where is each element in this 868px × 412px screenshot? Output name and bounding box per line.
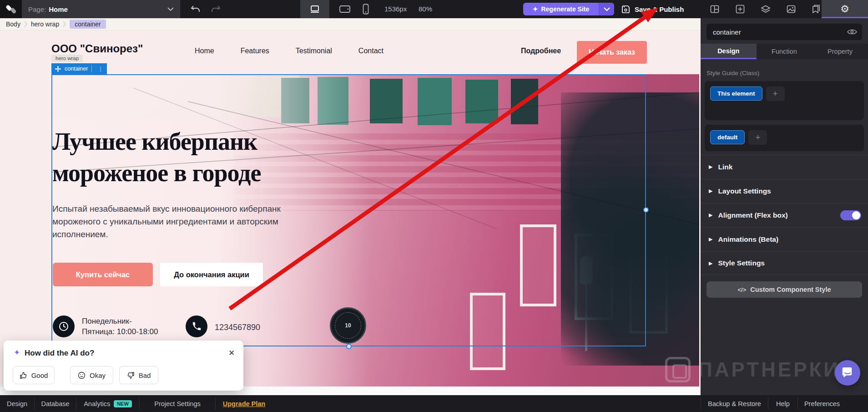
sparkle-icon: ✦ <box>533 5 538 13</box>
container-badge[interactable]: container ⋮ <box>51 63 107 74</box>
feedback-bad-button[interactable]: Bad <box>119 366 158 384</box>
street-sign: 10 <box>330 307 366 344</box>
backup-restore-label: Backup & Restore <box>708 400 761 407</box>
upgrade-plan-label: Upgrade Plan <box>223 400 265 407</box>
breadcrumb-item-body[interactable]: Body <box>6 20 20 28</box>
section-alignment[interactable]: ▶ Alignment (Flex box) <box>701 203 868 227</box>
preferences-button[interactable]: Preferences <box>798 395 846 412</box>
regenerate-site-label: Regenerate Site <box>541 5 589 13</box>
layout-icon <box>710 5 719 13</box>
caret-right-icon: ▶ <box>709 164 712 170</box>
media-button[interactable] <box>781 0 802 18</box>
nav-link-home[interactable]: Home <box>195 47 214 55</box>
opening-hours-line2: Пятница: 10:00-18:00 <box>82 327 158 337</box>
breadcrumb-item-hero-wrap[interactable]: hero wrap <box>31 20 59 28</box>
device-tablet-button[interactable] <box>335 0 355 18</box>
close-icon[interactable]: ✕ <box>226 347 237 359</box>
tab-design[interactable]: Design <box>701 44 757 59</box>
container-badge-label: container <box>65 66 88 72</box>
flexbox-toggle[interactable] <box>840 210 861 220</box>
top-toolbar: Page: Home 1536px 80% ✦ Regenerate Site <box>0 0 868 18</box>
breadcrumb-separator-icon <box>62 21 66 27</box>
feedback-title: How did the AI do? <box>25 349 94 358</box>
bottom-tab-analytics[interactable]: Analytics NEW <box>76 395 139 412</box>
gear-icon: ⚙ <box>840 3 849 15</box>
move-icon <box>55 66 61 72</box>
this-element-pill[interactable]: This element <box>710 86 762 101</box>
phone-icon-circle <box>186 315 207 337</box>
opening-hours-line1: Понедельник- <box>82 316 158 327</box>
panel-tabs: Design Function Property <box>701 44 868 59</box>
redo-button[interactable] <box>206 0 226 18</box>
add-class-button[interactable]: + <box>748 130 767 145</box>
neutral-face-icon <box>78 371 86 379</box>
viewport-width-value: 1536px <box>384 0 407 18</box>
chat-bubble-icon <box>841 367 854 379</box>
layout-panels-button[interactable] <box>704 0 725 18</box>
section-animations[interactable]: ▶ Animations (Beta) <box>701 227 868 251</box>
section-style-settings[interactable]: ▶ Style Settings <box>701 251 868 275</box>
default-class-pill[interactable]: default <box>710 130 745 144</box>
more-link[interactable]: Подробнее <box>521 47 561 55</box>
tab-property[interactable]: Property <box>812 44 868 59</box>
phone-number: 1234567890 <box>215 323 260 332</box>
add-element-button[interactable] <box>730 0 751 18</box>
section-animations-label: Animations (Beta) <box>718 235 778 244</box>
chevron-down-icon <box>604 7 610 11</box>
save-publish-label: Save & Publish <box>635 5 684 13</box>
feedback-good-label: Good <box>31 371 48 379</box>
hero-wrap-label[interactable]: hero wrap <box>51 55 83 62</box>
feedback-good-button[interactable]: Good <box>13 366 55 384</box>
nav-link-testimonial[interactable]: Testimonial <box>296 47 332 55</box>
regenerate-site-button[interactable]: ✦ Regenerate Site <box>523 3 599 15</box>
code-icon: </> <box>737 286 746 293</box>
add-class-button[interactable]: + <box>766 86 785 101</box>
regenerate-dropdown-button[interactable] <box>599 3 614 15</box>
tab-function[interactable]: Function <box>757 44 812 59</box>
device-desktop-button[interactable] <box>300 0 329 18</box>
section-layout-settings[interactable]: ▶ Layout Settings <box>701 179 868 203</box>
save-publish-button[interactable]: Save & Publish <box>621 0 696 18</box>
layers-button[interactable] <box>755 0 776 18</box>
feedback-okay-button[interactable]: Okay <box>70 366 113 384</box>
help-label: Help <box>776 400 790 407</box>
upgrade-plan-link[interactable]: Upgrade Plan <box>216 395 273 412</box>
page-selector-label: Page: <box>28 5 46 13</box>
hero-heading-line1: Лучшее киберпанк <box>52 126 343 158</box>
section-link-label: Link <box>718 163 732 171</box>
app-window: Page: Home 1536px 80% ✦ Regenerate Site <box>0 0 868 412</box>
order-button[interactable]: Начать заказ <box>577 41 647 64</box>
selection-handle-bottom[interactable] <box>346 344 352 349</box>
selection-handle-right[interactable] <box>643 207 649 213</box>
breadcrumb: Body hero wrap container <box>0 18 701 31</box>
visibility-toggle[interactable] <box>846 27 858 36</box>
promo-countdown-button[interactable]: До окончания акции <box>160 263 263 286</box>
section-style-settings-label: Style Settings <box>718 259 765 267</box>
bottom-tab-project-settings[interactable]: Project Settings <box>140 395 215 412</box>
hero-paragraph: Испытай незабываемый вкус инновационного… <box>52 203 287 241</box>
buy-now-button[interactable]: Купить сейчас <box>53 263 153 286</box>
custom-component-style-button[interactable]: </> Custom Component Style <box>707 281 862 298</box>
chevron-down-icon <box>167 7 174 11</box>
layers-icon <box>761 5 771 13</box>
tablet-icon <box>339 5 351 13</box>
element-name-input[interactable] <box>707 24 862 40</box>
help-button[interactable]: Help <box>768 395 797 412</box>
kebab-menu-icon[interactable]: ⋮ <box>96 66 105 72</box>
settings-active-indicator <box>822 17 868 18</box>
device-mobile-button[interactable] <box>358 0 374 18</box>
undo-button[interactable] <box>186 0 206 18</box>
bottom-tab-design[interactable]: Design <box>0 395 34 412</box>
breadcrumb-separator-icon <box>24 21 28 27</box>
nav-link-features[interactable]: Features <box>241 47 269 55</box>
nav-link-contact[interactable]: Contact <box>358 47 384 55</box>
chat-widget-button[interactable] <box>835 360 860 386</box>
section-link[interactable]: ▶ Link <box>701 155 868 178</box>
app-logo[interactable] <box>0 0 22 18</box>
page-selector[interactable]: Page: Home <box>22 0 180 18</box>
settings-panel-button[interactable]: ⚙ <box>822 0 868 18</box>
backup-restore-button[interactable]: Backup & Restore <box>701 395 768 412</box>
caret-right-icon: ▶ <box>709 212 712 218</box>
bottom-tab-database[interactable]: Database <box>35 395 76 412</box>
breadcrumb-item-container[interactable]: container <box>70 20 106 29</box>
